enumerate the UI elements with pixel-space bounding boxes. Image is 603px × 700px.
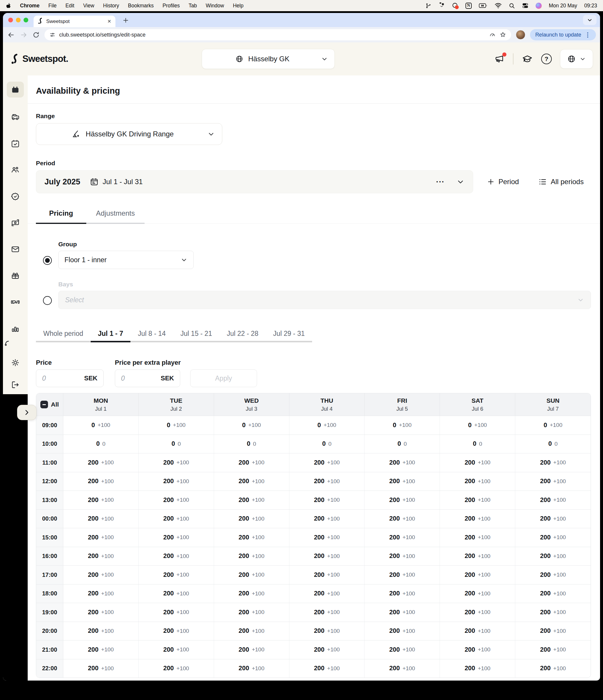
period-selector[interactable]: July 2025 Jul 1 - Jul 31 ··· bbox=[36, 170, 473, 193]
relaunch-to-update-button[interactable]: Relaunch to update ⋮ bbox=[530, 29, 596, 40]
price-cell-tue-18-00[interactable]: 200 +100 bbox=[139, 584, 214, 603]
chevron-down-icon[interactable] bbox=[456, 178, 465, 186]
column-header-wed[interactable]: WED Jul 3 bbox=[214, 393, 289, 416]
price-cell-mon-22-00[interactable]: 200 +100 bbox=[63, 659, 139, 678]
time-label[interactable]: 00:00 bbox=[36, 510, 63, 528]
browser-menu-icon[interactable]: ⋮ bbox=[585, 31, 591, 38]
price-cell-fri-11-00[interactable]: 200 +100 bbox=[365, 453, 440, 472]
dropbox-icon[interactable] bbox=[439, 2, 445, 9]
price-cell-wed-12-00[interactable]: 200 +100 bbox=[214, 472, 289, 491]
price-cell-sun-09-00[interactable]: 0 +100 bbox=[515, 416, 591, 434]
price-cell-mon-21-00[interactable]: 200 +100 bbox=[63, 641, 139, 659]
sidebar-item-settings[interactable] bbox=[3, 356, 28, 369]
price-cell-wed-10-00[interactable]: 0 0 bbox=[214, 435, 289, 453]
price-cell-mon-09-00[interactable]: 0 +100 bbox=[63, 416, 139, 434]
price-cell-sun-12-00[interactable]: 200 +100 bbox=[515, 472, 591, 491]
price-extra-field[interactable]: SEK bbox=[115, 370, 180, 387]
price-cell-mon-15-00[interactable]: 200 +100 bbox=[63, 528, 139, 547]
select-all-checkbox[interactable] bbox=[40, 401, 48, 408]
sidebar-item-payments[interactable] bbox=[3, 216, 28, 229]
price-cell-fri-00-00[interactable]: 200 +100 bbox=[365, 510, 440, 528]
price-cell-tue-12-00[interactable]: 200 +100 bbox=[139, 472, 214, 491]
price-cell-tue-22-00[interactable]: 200 +100 bbox=[139, 659, 214, 678]
price-cell-sat-13-00[interactable]: 200 +100 bbox=[440, 491, 515, 509]
price-cell-sun-11-00[interactable]: 200 +100 bbox=[515, 453, 591, 472]
price-cell-mon-11-00[interactable]: 200 +100 bbox=[63, 453, 139, 472]
price-cell-sun-17-00[interactable]: 200 +100 bbox=[515, 566, 591, 584]
browser-tab-sweetspot[interactable]: Sweetspot ✕ bbox=[33, 16, 115, 27]
price-cell-thu-12-00[interactable]: 200 +100 bbox=[289, 472, 365, 491]
price-field[interactable]: SEK bbox=[36, 370, 104, 387]
sidebar-item-logout[interactable] bbox=[3, 378, 28, 391]
price-cell-thu-00-00[interactable]: 200 +100 bbox=[289, 510, 365, 528]
price-cell-sun-13-00[interactable]: 200 +100 bbox=[515, 491, 591, 509]
reload-button[interactable] bbox=[32, 31, 40, 39]
help-icon[interactable]: ? bbox=[541, 54, 552, 64]
price-cell-thu-22-00[interactable]: 200 +100 bbox=[289, 659, 365, 678]
price-cell-sun-22-00[interactable]: 200 +100 bbox=[515, 659, 591, 678]
price-cell-fri-17-00[interactable]: 200 +100 bbox=[365, 566, 440, 584]
price-cell-tue-09-00[interactable]: 0 +100 bbox=[139, 416, 214, 434]
price-cell-tue-19-00[interactable]: 200 +100 bbox=[139, 603, 214, 622]
siri-icon[interactable] bbox=[535, 3, 542, 9]
time-label[interactable]: 15:00 bbox=[36, 528, 63, 547]
all-periods-button[interactable]: All periods bbox=[538, 177, 583, 186]
price-cell-fri-16-00[interactable]: 200 +100 bbox=[365, 547, 440, 566]
address-bar[interactable]: club.sweetspot.io/settings/edit-space bbox=[45, 29, 511, 40]
price-cell-tue-17-00[interactable]: 200 +100 bbox=[139, 566, 214, 584]
price-cell-mon-00-00[interactable]: 200 +100 bbox=[63, 510, 139, 528]
sidebar-item-messages[interactable] bbox=[3, 243, 28, 256]
window-zoom-button[interactable] bbox=[24, 18, 28, 22]
time-label[interactable]: 17:00 bbox=[36, 566, 63, 584]
control-center-icon[interactable] bbox=[522, 2, 528, 9]
time-label[interactable]: 19:00 bbox=[36, 603, 63, 622]
price-cell-fri-12-00[interactable]: 200 +100 bbox=[365, 472, 440, 491]
price-cell-wed-18-00[interactable]: 200 +100 bbox=[214, 584, 289, 603]
price-cell-sun-18-00[interactable]: 200 +100 bbox=[515, 584, 591, 603]
record-red-dot-icon[interactable] bbox=[452, 2, 458, 9]
time-label[interactable]: 21:00 bbox=[36, 641, 63, 659]
price-cell-mon-20-00[interactable]: 200 +100 bbox=[63, 622, 139, 641]
price-cell-mon-18-00[interactable]: 200 +100 bbox=[63, 584, 139, 603]
price-cell-thu-15-00[interactable]: 200 +100 bbox=[289, 528, 365, 547]
group-select[interactable]: Floor 1 - inner bbox=[58, 251, 194, 269]
column-header-sun[interactable]: SUN Jul 7 bbox=[515, 393, 591, 416]
week-tab-whole-period[interactable]: Whole period bbox=[36, 330, 91, 342]
price-cell-sat-22-00[interactable]: 200 +100 bbox=[440, 659, 515, 678]
week-tab-jul-29-31[interactable]: Jul 29 - 31 bbox=[266, 330, 312, 342]
price-cell-sat-21-00[interactable]: 200 +100 bbox=[440, 641, 515, 659]
menu-window[interactable]: Window bbox=[206, 3, 224, 9]
price-cell-wed-22-00[interactable]: 200 +100 bbox=[214, 659, 289, 678]
time-label[interactable]: 13:00 bbox=[36, 491, 63, 509]
price-cell-thu-10-00[interactable]: 0 0 bbox=[289, 435, 365, 453]
sidebar-item-reports[interactable] bbox=[3, 322, 28, 335]
price-cell-wed-13-00[interactable]: 200 +100 bbox=[214, 491, 289, 509]
spotlight-search-icon[interactable] bbox=[509, 3, 515, 9]
time-label[interactable]: 09:00 bbox=[36, 416, 63, 434]
forward-button[interactable] bbox=[20, 31, 28, 39]
price-cell-fri-20-00[interactable]: 200 +100 bbox=[365, 622, 440, 641]
menu-profiles[interactable]: Profiles bbox=[162, 3, 180, 9]
price-cell-thu-13-00[interactable]: 200 +100 bbox=[289, 491, 365, 509]
price-cell-sat-19-00[interactable]: 200 +100 bbox=[440, 603, 515, 622]
menu-view[interactable]: View bbox=[83, 3, 94, 9]
sidebar-item-tee-sheet[interactable] bbox=[3, 83, 28, 96]
language-selector[interactable] bbox=[560, 49, 593, 69]
wifi-icon[interactable] bbox=[495, 3, 502, 8]
support-icon[interactable] bbox=[4, 339, 13, 349]
price-cell-sat-10-00[interactable]: 0 0 bbox=[440, 435, 515, 453]
price-cell-tue-10-00[interactable]: 0 0 bbox=[139, 435, 214, 453]
new-tab-button[interactable] bbox=[121, 15, 131, 25]
price-cell-thu-11-00[interactable]: 200 +100 bbox=[289, 453, 365, 472]
price-extra-input[interactable] bbox=[121, 374, 161, 382]
notion-icon[interactable]: N bbox=[466, 3, 472, 9]
price-cell-thu-19-00[interactable]: 200 +100 bbox=[289, 603, 365, 622]
price-cell-thu-16-00[interactable]: 200 +100 bbox=[289, 547, 365, 566]
price-cell-sun-20-00[interactable]: 200 +100 bbox=[515, 622, 591, 641]
price-input[interactable] bbox=[42, 374, 84, 382]
price-cell-wed-00-00[interactable]: 200 +100 bbox=[214, 510, 289, 528]
column-header-thu[interactable]: THU Jul 4 bbox=[289, 393, 365, 416]
price-cell-sat-12-00[interactable]: 200 +100 bbox=[440, 472, 515, 491]
sweetspot-logo[interactable]: Sweetspot. bbox=[10, 53, 68, 65]
price-cell-thu-18-00[interactable]: 200 +100 bbox=[289, 584, 365, 603]
